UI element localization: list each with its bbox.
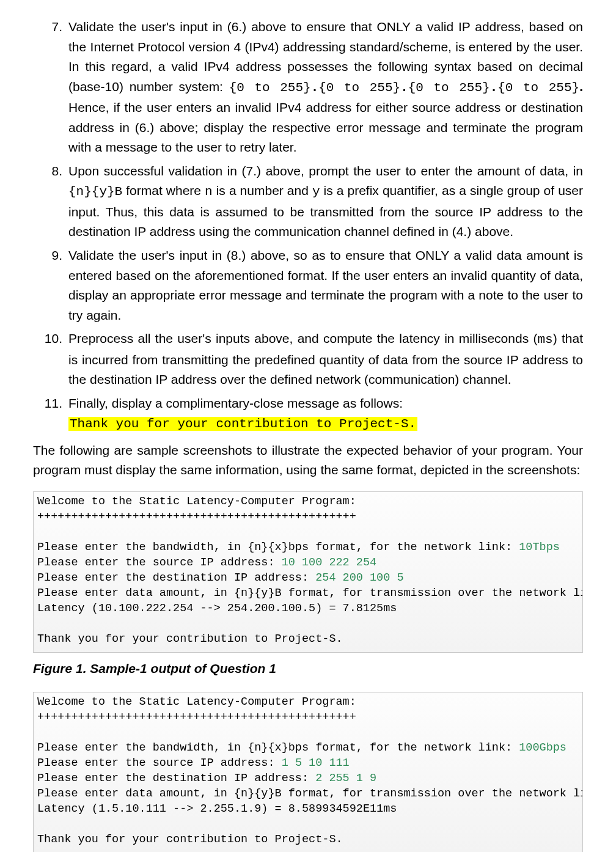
list-item-body: Upon successful validation in (7.) above… (68, 161, 583, 242)
sample-output-2: Welcome to the Static Latency-Computer P… (33, 692, 583, 852)
list-item-number: 10. (33, 329, 68, 349)
list-item-number: 11. (33, 394, 68, 414)
document-page: 7.Validate the user's input in (6.) abov… (0, 0, 616, 852)
list-item: 8.Upon successful validation in (7.) abo… (33, 161, 583, 242)
list-item-number: 7. (33, 17, 68, 37)
list-item: 7.Validate the user's input in (6.) abov… (33, 17, 583, 158)
list-item: 9.Validate the user's input in (8.) abov… (33, 246, 583, 325)
list-item: 11.Finally, display a complimentary-clos… (33, 394, 583, 435)
list-item-body: Validate the user's input in (8.) above,… (68, 246, 583, 325)
list-item-number: 8. (33, 161, 68, 182)
list-item-body: Validate the user's input in (6.) above … (68, 17, 583, 158)
list-item-body: Preprocess all the user's inputs above, … (68, 329, 583, 390)
numbered-list: 7.Validate the user's input in (6.) abov… (33, 17, 583, 435)
list-item-body: Finally, display a complimentary-close m… (68, 394, 583, 435)
figure-1-caption: Figure 1. Sample-1 output of Question 1 (33, 659, 583, 679)
sample-output-1: Welcome to the Static Latency-Computer P… (33, 491, 583, 653)
list-item-number: 9. (33, 246, 68, 266)
list-item: 10.Preprocess all the user's inputs abov… (33, 329, 583, 390)
paragraph-after-list: The following are sample screenshots to … (33, 441, 583, 480)
